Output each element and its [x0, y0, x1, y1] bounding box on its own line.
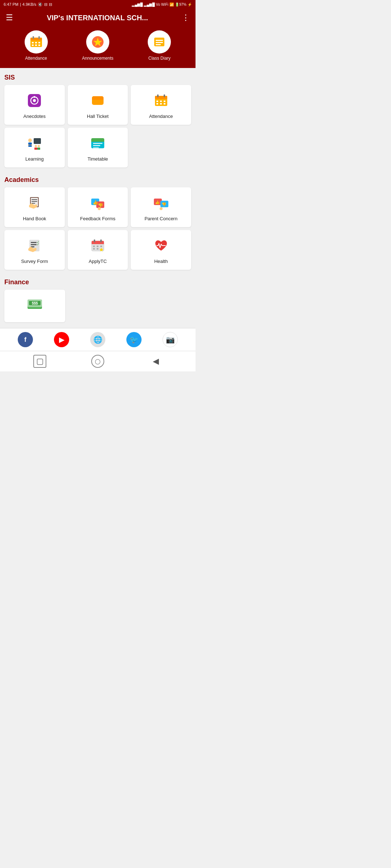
- youtube-button[interactable]: ▶: [54, 332, 69, 347]
- home-button[interactable]: ◯: [91, 355, 104, 368]
- square-icon: ▢: [36, 357, 44, 366]
- svg-text:✓: ✓: [37, 242, 39, 246]
- svg-rect-37: [30, 145, 32, 145]
- nav-bar: ▢ ◯ ◀: [0, 351, 196, 371]
- svg-rect-7: [32, 44, 34, 46]
- svg-rect-27: [156, 101, 158, 102]
- parentconcern-label: Parent Concern: [144, 216, 177, 221]
- status-speed: 4.9KB/s: [22, 2, 37, 7]
- svg-rect-14: [156, 42, 163, 43]
- feedbackforms-label: Feedback Forms: [80, 216, 115, 221]
- back-icon: ◀: [153, 357, 159, 366]
- svg-rect-8: [35, 44, 37, 46]
- anecdotes-label: Anecdotes: [24, 114, 46, 119]
- instagram-icon: 📷: [166, 335, 175, 344]
- battery-icon: 🔋97%: [175, 3, 186, 7]
- feedbackforms-icon: 👍 👎: [90, 195, 106, 213]
- back-button[interactable]: ◀: [149, 355, 162, 368]
- hallticket-label: Hall Ticket: [87, 114, 109, 119]
- learning-icon: [26, 135, 42, 153]
- parentconcern-item[interactable]: 👍 👎 Parent Concern: [131, 187, 191, 227]
- surveyform-item[interactable]: ✓ ✓ Survey Form: [4, 230, 65, 270]
- svg-rect-2: [33, 36, 34, 39]
- svg-rect-29: [164, 101, 165, 102]
- svg-point-18: [33, 99, 36, 102]
- svg-text:$$$: $$$: [32, 301, 38, 305]
- svg-point-34: [28, 139, 32, 142]
- svg-rect-4: [32, 42, 34, 43]
- applytc-label: ApplyTC: [89, 259, 107, 264]
- sis-title: SIS: [4, 74, 191, 81]
- wifi-icon: 📶: [169, 3, 174, 7]
- svg-point-38: [35, 145, 37, 147]
- top-icon-attendance[interactable]: Attendance: [25, 30, 48, 61]
- svg-rect-36: [28, 145, 30, 145]
- facebook-button[interactable]: f: [18, 332, 33, 347]
- svg-text:👍: 👍: [93, 200, 98, 205]
- status-time: 6:47 PM: [4, 2, 18, 7]
- more-options[interactable]: ⋮: [182, 13, 190, 22]
- top-icon-announcements[interactable]: Announcements: [82, 30, 114, 61]
- svg-rect-5: [35, 42, 37, 43]
- svg-rect-1: [30, 38, 42, 41]
- classdiary-circle: [148, 30, 171, 54]
- twitter-button[interactable]: 🐦: [126, 332, 142, 347]
- svg-rect-6: [38, 42, 40, 43]
- svg-rect-64: [31, 242, 37, 243]
- signal-icon: ▂▄▆█: [132, 3, 143, 7]
- status-network: |: [20, 2, 21, 7]
- svg-rect-40: [34, 148, 37, 150]
- svg-rect-31: [160, 103, 162, 105]
- svg-rect-45: [93, 143, 102, 144]
- svg-rect-52: [31, 203, 35, 204]
- status-right: ▂▄▆█ ▂▄▆█ Vo WiFi 📶 🔋97% ⚡: [132, 3, 192, 7]
- svg-rect-33: [34, 138, 41, 144]
- finance-section: Finance $$$: [0, 273, 196, 325]
- signal2-icon: ▂▄▆█: [144, 3, 155, 7]
- timetable-item[interactable]: Timetable: [68, 128, 128, 167]
- hallticket-icon: [90, 93, 106, 111]
- hallticket-item[interactable]: Hall Ticket: [68, 85, 128, 125]
- attendance-label: Attendance: [25, 56, 47, 61]
- recents-button[interactable]: ▢: [33, 355, 46, 368]
- sim-icon: ⊟: [44, 2, 47, 7]
- svg-point-57: [98, 207, 101, 210]
- top-icon-classdiary[interactable]: Class Diary: [148, 30, 171, 61]
- website-button[interactable]: 🌐: [90, 332, 105, 347]
- instagram-button[interactable]: 📷: [163, 332, 178, 347]
- svg-rect-46: [93, 145, 100, 146]
- svg-rect-13: [156, 40, 163, 41]
- surveyform-label: Survey Form: [21, 259, 48, 264]
- health-label: Health: [154, 259, 168, 264]
- svg-rect-72: [94, 239, 95, 242]
- hamburger-menu[interactable]: ☰: [6, 13, 13, 22]
- learning-item[interactable]: Learning: [4, 128, 65, 167]
- handbook-item[interactable]: Hand Book: [4, 187, 65, 227]
- svg-rect-25: [157, 94, 159, 97]
- anecdotes-icon: [26, 93, 42, 111]
- svg-rect-74: [93, 246, 95, 247]
- fees-item[interactable]: $$$: [4, 290, 65, 322]
- sim2-icon: ⊟: [49, 2, 52, 7]
- finance-grid: $$$: [4, 290, 67, 322]
- svg-rect-28: [160, 101, 162, 102]
- applytc-item[interactable]: ApplyTC: [68, 230, 128, 270]
- health-icon: [153, 238, 169, 256]
- health-item[interactable]: Health: [131, 230, 191, 270]
- sis-grid: Anecdotes Hall Ticket: [4, 85, 191, 167]
- anecdotes-item[interactable]: Anecdotes: [4, 85, 65, 125]
- handbook-icon: [26, 195, 42, 213]
- app-bar: ☰ VIP's INTERNATIONAL SCH... ⋮: [0, 9, 196, 27]
- learning-label: Learning: [25, 156, 44, 162]
- feedbackforms-item[interactable]: 👍 👎 Feedback Forms: [68, 187, 128, 227]
- svg-rect-3: [38, 36, 40, 39]
- announcements-label: Announcements: [82, 56, 114, 61]
- svg-rect-32: [164, 103, 165, 105]
- svg-rect-30: [156, 103, 158, 105]
- classdiary-label: Class Diary: [148, 56, 171, 61]
- sis-attendance-label: Attendance: [149, 114, 173, 119]
- sis-attendance-item[interactable]: Attendance: [131, 85, 191, 125]
- timetable-icon: [90, 135, 106, 153]
- svg-rect-26: [164, 94, 165, 97]
- sis-attendance-icon: [153, 93, 169, 111]
